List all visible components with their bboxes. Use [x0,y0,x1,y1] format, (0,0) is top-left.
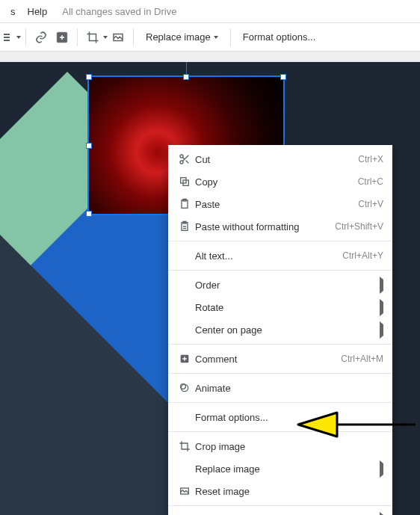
ctx-shortcut: Ctrl+X [358,154,383,164]
replace-image-label: Replace image [146,31,211,43]
resize-handle-ml[interactable] [86,143,92,149]
ctx-divider [168,505,392,506]
replace-image-button[interactable]: Replace image [138,31,226,43]
ctx-label: Rotate [195,302,380,313]
ctx-divider [168,270,392,271]
menu-help[interactable]: Help [22,6,54,17]
resize-handle-tl[interactable] [86,74,92,80]
ctx-shortcut: Ctrl+C [358,176,383,187]
toolbar-separator [25,28,26,46]
ctx-divider [168,241,392,241]
resize-handle-tr[interactable] [280,74,286,80]
link-icon[interactable] [31,27,52,48]
ctx-rotate[interactable]: Rotate [168,296,392,318]
submenu-arrow-icon [380,463,383,475]
ctx-order[interactable]: Order [168,274,392,296]
svg-rect-1 [4,37,10,38]
svg-point-5 [180,155,183,158]
reset-image-icon[interactable] [108,27,129,48]
format-options-label: Format options... [243,31,316,43]
comment-add-icon[interactable] [52,27,72,48]
crop-icon [174,440,195,452]
reset-image-icon [174,485,195,497]
ctx-divider [168,402,392,403]
ctx-alt-text[interactable]: Alt text... Ctrl+Alt+Y [168,244,392,267]
submenu-arrow-icon [380,324,383,336]
ctx-replace-image[interactable]: Replace image [168,457,392,480]
ctx-center-on-page[interactable]: Center on page [168,318,392,341]
toolbar-separator [133,28,134,46]
resize-handle-mt[interactable] [183,74,189,80]
ctx-animate[interactable]: Animate [168,377,392,399]
context-menu: Cut Ctrl+X Copy Ctrl+C Paste Ctrl+V Past… [168,145,392,515]
ctx-crop-image[interactable]: Crop image [168,435,392,457]
svg-rect-0 [4,34,10,35]
ctx-label: Cut [195,154,358,165]
ctx-divider [168,431,392,432]
ctx-shortcut: Ctrl+Alt+M [341,354,383,364]
toolbar-separator [230,28,231,46]
format-options-button[interactable]: Format options... [235,31,324,43]
ctx-label: Center on page [195,324,380,336]
resize-handle-bl[interactable] [86,211,92,217]
ctx-format-options[interactable]: Format options... [168,406,392,428]
toolbar-overflow-icon[interactable] [0,32,16,43]
scissors-icon [174,153,195,165]
submenu-arrow-icon [380,280,383,291]
svg-rect-2 [4,40,10,41]
ctx-copy[interactable]: Copy Ctrl+C [168,170,392,193]
ctx-shortcut: Ctrl+Shift+V [335,221,383,232]
toolbar-separator [77,28,78,46]
menu-item-partial[interactable]: s [4,6,22,17]
ctx-label: Paste without formatting [195,221,335,232]
ctx-add-to-theme[interactable]: Add to theme [168,509,392,515]
chevron-down-icon [16,36,21,39]
ctx-label: Copy [195,176,358,188]
ctx-label: Crop image [195,441,383,452]
copy-icon [174,176,195,188]
clipboard-icon [174,198,195,210]
ctx-label: Paste [195,199,358,210]
slide-canvas[interactable]: Cut Ctrl+X Copy Ctrl+C Paste Ctrl+V Past… [0,62,420,515]
ctx-shortcut: Ctrl+V [358,199,383,209]
ctx-label: Reset image [195,486,383,497]
ctx-label: Comment [195,354,341,365]
rotation-line [186,62,187,74]
submenu-arrow-icon [380,302,383,313]
toolbar: Replace image Format options... [0,22,420,52]
save-status: All changes saved in Drive [53,6,176,17]
comment-add-icon [174,353,195,365]
ruler-strip [0,52,420,62]
ctx-comment[interactable]: Comment Ctrl+Alt+M [168,348,392,370]
chevron-down-icon [214,36,218,39]
ctx-shortcut: Ctrl+Alt+Y [342,250,383,261]
ctx-paste[interactable]: Paste Ctrl+V [168,193,392,215]
ctx-label: Replace image [195,463,380,475]
animate-icon [174,382,195,394]
ctx-label: Format options... [195,412,383,423]
ctx-label: Order [195,280,380,291]
ctx-reset-image[interactable]: Reset image [168,480,392,502]
ctx-label: Animate [195,383,383,394]
clipboard-plain-icon [174,221,195,232]
crop-icon[interactable] [82,27,103,48]
ctx-divider [168,373,392,374]
ctx-divider [168,344,392,345]
ctx-cut[interactable]: Cut Ctrl+X [168,148,392,170]
menubar: s Help All changes saved in Drive [0,0,420,22]
ctx-label: Alt text... [195,250,342,262]
svg-point-6 [180,161,183,164]
ctx-paste-without-formatting[interactable]: Paste without formatting Ctrl+Shift+V [168,215,392,238]
